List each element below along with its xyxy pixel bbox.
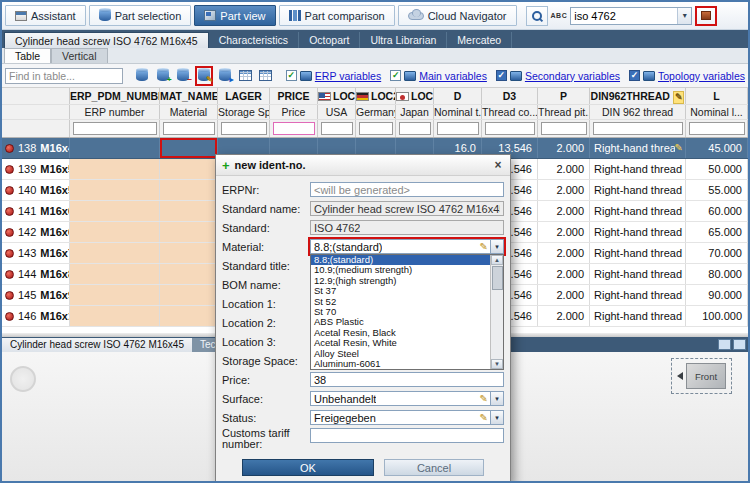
- tab-part-selection[interactable]: Part selection: [89, 5, 192, 26]
- variable-toggle[interactable]: ✓ Topology variables: [629, 70, 745, 82]
- filter-input-p[interactable]: [541, 122, 587, 135]
- dropdown-item[interactable]: ABS Plastic: [311, 317, 490, 327]
- col-header-lager[interactable]: LAGER: [218, 88, 270, 104]
- search-button[interactable]: [526, 6, 548, 26]
- viewcube[interactable]: Front: [671, 358, 732, 394]
- scroll-down-icon[interactable]: ▼: [491, 359, 503, 369]
- cell-din-thread[interactable]: Right-hand thread✎: [590, 159, 686, 179]
- field-input[interactable]: Unbehandelt ✎ ▾: [310, 391, 504, 406]
- col-header-loc1[interactable]: LOC1: [318, 88, 356, 104]
- col-header-d3[interactable]: D3: [482, 88, 538, 104]
- filter-input-l[interactable]: [689, 122, 745, 135]
- dropdown-arrow-icon[interactable]: ▾: [490, 392, 503, 405]
- table-settings-button[interactable]: [256, 66, 275, 86]
- new-ident-no-button[interactable]: [195, 66, 214, 86]
- filter-input-price[interactable]: [273, 122, 315, 135]
- variable-toggle[interactable]: ✓ ERP variables: [286, 70, 381, 82]
- field-input[interactable]: ISO 4762 ✎ ▾: [310, 220, 504, 235]
- ok-button[interactable]: OK: [242, 459, 374, 476]
- dropdown-item[interactable]: Alloy Steel: [311, 349, 490, 359]
- cell-din-thread[interactable]: Right-hand thread✎: [590, 243, 686, 263]
- filter-input-d[interactable]: [437, 122, 479, 135]
- cell-din-thread[interactable]: Right-hand thread✎: [590, 285, 686, 305]
- dropdown-item[interactable]: 12.9;(high strength): [311, 276, 490, 286]
- remove-line-button[interactable]: [174, 66, 193, 86]
- close-icon[interactable]: ×: [490, 158, 506, 172]
- filter-input-loc2[interactable]: [359, 122, 393, 135]
- part-tab[interactable]: Cylinder head screw ISO 4762 M16x45: [4, 32, 209, 48]
- field-input[interactable]: <will be generated> ✎ ▾: [310, 182, 504, 197]
- filter-input-lager[interactable]: [221, 122, 267, 135]
- variable-link[interactable]: Main variables: [419, 70, 487, 82]
- dropdown-item[interactable]: 10.9;(medium strength): [311, 265, 490, 275]
- part-tab[interactable]: Ultra Librarian: [360, 32, 447, 48]
- find-in-table-input[interactable]: [5, 68, 123, 84]
- variable-link[interactable]: ERP variables: [315, 70, 381, 82]
- col-header-erp-pdm-number[interactable]: ERP_PDM_NUMBER: [70, 88, 160, 104]
- col-header-loc2[interactable]: LOC2: [356, 88, 396, 104]
- col-header-din962thread[interactable]: DIN962THREAD✎: [590, 88, 686, 104]
- field-input[interactable]: Freigegeben ✎ ▾: [310, 410, 504, 425]
- cell-din-thread[interactable]: Right-hand thread✎: [590, 138, 686, 158]
- checkbox-icon[interactable]: ✓: [629, 70, 640, 81]
- tab-part-view[interactable]: Part view: [194, 5, 275, 26]
- cell-din-thread[interactable]: Right-hand thread✎: [590, 306, 686, 326]
- part-tab[interactable]: Characteristics: [209, 32, 299, 48]
- col-header-price[interactable]: PRICE: [270, 88, 318, 104]
- refresh-table-button[interactable]: [133, 66, 152, 86]
- dropdown-item[interactable]: St 70: [311, 307, 490, 317]
- viewcube-front-face[interactable]: Front: [686, 363, 726, 389]
- variable-link[interactable]: Secondary variables: [525, 70, 620, 82]
- dropdown-item[interactable]: St 37: [311, 286, 490, 296]
- tab-part-comparison[interactable]: Part comparison: [279, 5, 395, 26]
- field-input[interactable]: ✎ ▾: [310, 428, 504, 443]
- col-header-p[interactable]: P: [538, 88, 590, 104]
- filter-input-loc1[interactable]: [321, 122, 353, 135]
- cell-din-thread[interactable]: Right-hand thread✎: [590, 180, 686, 200]
- filter-input-d3[interactable]: [485, 122, 535, 135]
- variable-toggle[interactable]: ✓ Main variables: [390, 70, 487, 82]
- tab-cloud-navigator[interactable]: Cloud Navigator: [398, 5, 517, 26]
- bottom-tab-part[interactable]: Cylinder head screw ISO 4762 M16x45: [2, 338, 192, 352]
- part-tab[interactable]: Octopart: [299, 32, 360, 48]
- panel-icon-1[interactable]: [718, 339, 731, 350]
- col-header-loc3[interactable]: LOC3: [396, 88, 434, 104]
- dropdown-scrollbar[interactable]: ▲ ▼: [490, 255, 503, 369]
- edit-pencil-icon[interactable]: ✎: [480, 412, 488, 423]
- edit-pencil-icon[interactable]: ✎: [480, 241, 488, 252]
- dialog-titlebar[interactable]: + new ident-no. ×: [216, 155, 510, 176]
- export-line-button[interactable]: [215, 66, 234, 86]
- search-input[interactable]: [571, 9, 677, 23]
- dropdown-item[interactable]: Acetal Resin, White: [311, 338, 490, 348]
- tab-vertical-view[interactable]: Vertical: [51, 48, 107, 63]
- field-input[interactable]: 38 ✎ ▾: [310, 372, 504, 387]
- col-header-l[interactable]: L: [686, 88, 748, 104]
- edit-pencil-icon[interactable]: ✎: [480, 393, 488, 404]
- dropdown-arrow-icon[interactable]: ▾: [490, 240, 503, 253]
- add-line-button[interactable]: [154, 66, 173, 86]
- col-header-d[interactable]: D: [434, 88, 482, 104]
- variable-link[interactable]: Topology variables: [658, 70, 745, 82]
- filter-input-din[interactable]: [593, 122, 683, 135]
- dropdown-item[interactable]: 8.8;(standard): [311, 255, 490, 265]
- variable-toggle[interactable]: ✓ Secondary variables: [496, 70, 620, 82]
- checkbox-icon[interactable]: ✓: [286, 70, 297, 81]
- cell-din-thread[interactable]: Right-hand thread✎: [590, 201, 686, 221]
- search-extra-button[interactable]: [695, 6, 717, 26]
- col-header-mat-name[interactable]: MAT_NAME: [160, 88, 218, 104]
- filter-input-material[interactable]: [163, 122, 215, 135]
- scroll-thumb[interactable]: [492, 266, 503, 290]
- part-tab[interactable]: Mercateo: [447, 32, 512, 48]
- filter-input-loc3[interactable]: [399, 122, 431, 135]
- table-grid-button[interactable]: [236, 66, 255, 86]
- dropdown-item[interactable]: St 52: [311, 297, 490, 307]
- checkbox-icon[interactable]: ✓: [390, 70, 401, 81]
- chevron-down-icon[interactable]: ▾: [677, 8, 691, 24]
- scroll-up-icon[interactable]: ▲: [491, 255, 503, 265]
- field-input[interactable]: Cylinder head screw ISO 4762 M16x45 ✎ ▾: [310, 201, 504, 216]
- cancel-button[interactable]: Cancel: [384, 459, 484, 476]
- filter-input-erp[interactable]: [73, 122, 157, 135]
- dropdown-item[interactable]: Acetal Resin, Black: [311, 328, 490, 338]
- dropdown-arrow-icon[interactable]: ▾: [490, 411, 503, 424]
- cell-din-thread[interactable]: Right-hand thread✎: [590, 222, 686, 242]
